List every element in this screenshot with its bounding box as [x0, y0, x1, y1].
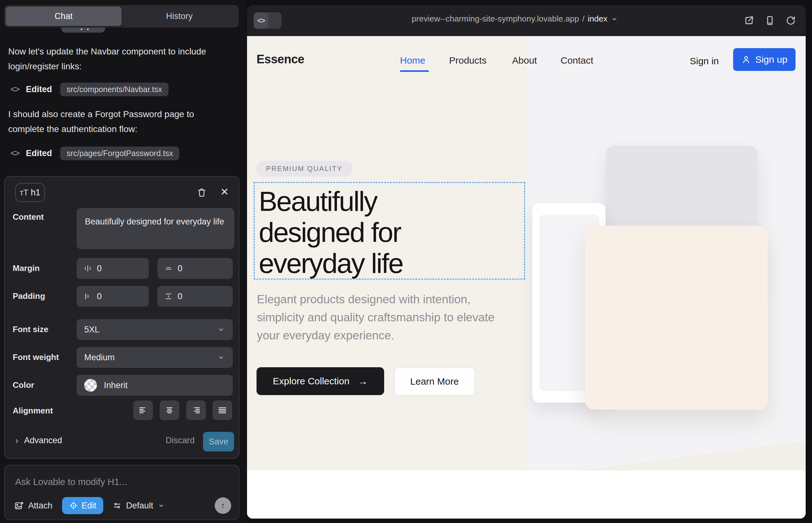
save-button[interactable]: Save	[203, 432, 234, 451]
content-label: Content	[13, 212, 44, 222]
url-bar[interactable]: preview--charming-site-symphony.lovable.…	[412, 14, 618, 24]
explore-collection-button[interactable]: Explore Collection →	[257, 367, 384, 395]
advanced-toggle[interactable]: › Advanced	[15, 435, 62, 446]
align-left-button[interactable]	[133, 400, 153, 420]
assistant-message: I should also create a Forgot Password p…	[8, 107, 228, 137]
external-link-icon	[744, 15, 754, 26]
chat-history-tabs: Chat History	[4, 5, 239, 28]
nav-link-home[interactable]: Home	[400, 55, 425, 66]
discard-button[interactable]: Discard	[166, 436, 195, 446]
nav-link-products[interactable]: Products	[449, 55, 487, 66]
color-select[interactable]: Inherit	[77, 375, 233, 396]
chat-composer: Ask Lovable to modify H1... Attach Edit …	[4, 465, 240, 520]
file-edit-row: <> Edited src/pages/ForgotPassword.tsx	[11, 146, 179, 161]
close-panel-button[interactable]: ✕	[217, 185, 231, 199]
arrow-right-icon: →	[357, 376, 368, 387]
hero-card-cream	[585, 226, 768, 410]
padding-y-input[interactable]: 0	[157, 286, 233, 307]
font-size-label: Font size	[13, 325, 49, 334]
code-view-toggle[interactable]: <>	[254, 12, 282, 29]
align-right-icon	[191, 405, 201, 415]
color-label: Color	[13, 380, 34, 390]
open-external-button[interactable]	[743, 15, 755, 26]
padding-label: Padding	[13, 291, 45, 301]
margin-label: Margin	[13, 264, 40, 273]
nav-link-contact[interactable]: Contact	[561, 55, 593, 66]
file-chip[interactable]: src/pages/ForgotPassword.tsx	[60, 147, 179, 160]
element-tag-pill: тT h1	[15, 183, 45, 202]
align-right-button[interactable]	[186, 400, 206, 420]
learn-more-button[interactable]: Learn More	[394, 367, 475, 396]
phone-icon	[764, 15, 775, 26]
url-page: index	[588, 14, 607, 24]
user-icon	[741, 55, 751, 64]
preview-browser-frame: <> preview--charming-site-symphony.lovab…	[247, 5, 806, 519]
active-nav-underline	[400, 70, 429, 72]
margin-horizontal-icon	[84, 264, 92, 273]
hero-heading[interactable]: Beautifully designed for everyday life	[259, 186, 403, 279]
align-center-icon	[164, 405, 175, 415]
close-icon: ✕	[220, 186, 229, 198]
chevron-right-icon: ›	[15, 435, 18, 446]
align-justify-button[interactable]	[212, 400, 232, 420]
attach-button[interactable]: Attach	[14, 501, 53, 511]
align-center-button[interactable]	[160, 400, 179, 420]
padding-vertical-icon	[164, 292, 173, 301]
file-chip[interactable]: src/components/Navbar.tsx	[60, 83, 169, 96]
font-size-select[interactable]: 5XL	[77, 319, 233, 340]
site-preview: Essence Home Products About Contact Sign…	[247, 36, 806, 519]
url-domain: preview--charming-site-symphony.lovable.…	[412, 14, 579, 24]
composer-toolbar: Attach Edit Default ↑	[14, 497, 231, 515]
premium-quality-badge: PREMIUM QUALITY	[256, 161, 353, 177]
padding-x-input[interactable]: 0	[77, 286, 149, 307]
mobile-preview-button[interactable]	[764, 15, 776, 26]
composer-input[interactable]: Ask Lovable to modify H1...	[15, 477, 127, 487]
chevron-down-icon	[217, 353, 225, 362]
edited-label: Edited	[26, 85, 52, 94]
refresh-button[interactable]	[785, 15, 797, 26]
hero-paragraph: Elegant products designed with intention…	[257, 290, 514, 344]
assistant-message: Now let's update the Navbar component to…	[8, 44, 228, 74]
file-edit-row: <> Edited src/components/Navbar.tsx	[11, 82, 169, 97]
site-logo[interactable]: Essence	[257, 53, 304, 66]
chat-sidebar: Chat History Now let's update the Navbar…	[0, 0, 246, 523]
tab-chat[interactable]: Chat	[6, 7, 122, 26]
margin-vertical-icon	[164, 264, 173, 273]
scrolled-chip-fragment	[61, 28, 105, 33]
trash-icon	[196, 187, 207, 198]
font-weight-label: Font weight	[13, 353, 59, 362]
tab-history[interactable]: History	[122, 7, 237, 26]
code-icon: <>	[11, 148, 19, 158]
element-tag: h1	[31, 188, 40, 198]
chevron-down-icon	[611, 15, 618, 23]
alignment-label: Alignment	[13, 406, 53, 416]
margin-x-input[interactable]: 0	[77, 258, 149, 279]
sign-up-button[interactable]: Sign up	[733, 48, 796, 71]
browser-toolbar: <> preview--charming-site-symphony.lovab…	[247, 5, 806, 36]
font-weight-select[interactable]: Medium	[77, 347, 233, 368]
send-button[interactable]: ↑	[215, 497, 231, 514]
next-section-background	[247, 470, 806, 519]
mode-select[interactable]: Default	[113, 501, 165, 511]
browser-actions	[743, 15, 797, 26]
element-editor-panel: тT h1 ✕ Content Beautifully designed for…	[4, 176, 240, 459]
type-icon: тT	[20, 188, 29, 197]
edit-mode-button[interactable]: Edit	[62, 497, 104, 514]
transparent-swatch-icon	[84, 379, 97, 392]
content-textarea[interactable]: Beautifully designed for everyday life	[77, 208, 234, 249]
chevron-down-icon	[158, 502, 165, 509]
edited-label: Edited	[26, 148, 52, 158]
code-icon: <>	[11, 84, 19, 94]
margin-y-input[interactable]: 0	[157, 258, 233, 279]
align-left-icon	[138, 405, 148, 415]
code-icon: <>	[254, 12, 268, 29]
padding-horizontal-icon	[84, 292, 92, 301]
attach-image-icon	[14, 501, 24, 510]
chevron-down-icon	[217, 325, 225, 334]
sliders-icon	[113, 501, 122, 510]
sign-in-link[interactable]: Sign in	[690, 56, 719, 67]
nav-link-about[interactable]: About	[512, 55, 537, 66]
target-icon	[69, 501, 78, 510]
refresh-icon	[785, 15, 796, 26]
delete-element-button[interactable]	[195, 185, 209, 199]
